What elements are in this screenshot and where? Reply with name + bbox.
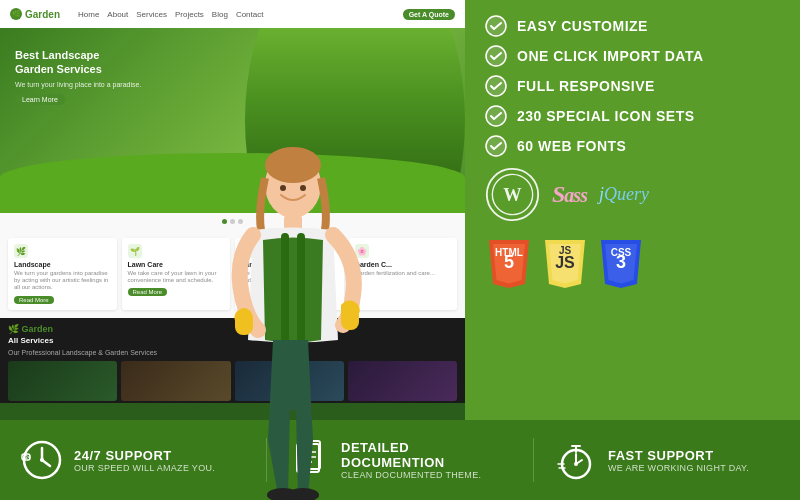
- nav-home: Home: [78, 10, 99, 19]
- card-desc-lawn: We take care of your lawn in your conven…: [128, 270, 225, 284]
- bottom-docs: DETAILED DOCUMENTION CLEAN DOCUMENTED TH…: [267, 438, 534, 482]
- feature-one-click: ONE CLICK IMPORT DATA: [485, 45, 780, 67]
- wordpress-logo: W: [485, 167, 540, 222]
- check-icon-3: [485, 75, 507, 97]
- mock-hero: Best LandscapeGarden Services We turn yo…: [0, 28, 465, 213]
- nav-cta[interactable]: Get A Quote: [403, 9, 455, 20]
- check-icon-5: [485, 135, 507, 157]
- svg-rect-38: [300, 441, 320, 469]
- card-icon-landscaping: 🌳: [241, 244, 255, 258]
- bottom-docs-text: DETAILED DOCUMENTION CLEAN DOCUMENTED TH…: [341, 440, 513, 480]
- dot-2[interactable]: [230, 219, 235, 224]
- logo-text: Garden: [25, 9, 60, 20]
- feature-icon-sets: 230 SPECIAL ICON SETS: [485, 105, 780, 127]
- mock-navbar: 🌿 Garden Home About Services Projects Bl…: [0, 0, 465, 28]
- support-desc: OUR SPEED WILL AMAZE YOU.: [74, 463, 215, 473]
- service-cards: 🌿 Landscape We turn your gardens into pa…: [0, 230, 465, 318]
- clock-icon: 24: [20, 438, 64, 482]
- js-badge: JS JS: [541, 236, 589, 288]
- dark-title: All Services: [8, 336, 457, 345]
- dark-images: [8, 361, 457, 401]
- feature-list: EASY CUSTOMIZE ONE CLICK IMPORT DATA FUL…: [485, 15, 780, 157]
- dark-img-2: [121, 361, 230, 401]
- support-title: 24/7 SUPPORT: [74, 448, 215, 463]
- nav-projects: Projects: [175, 10, 204, 19]
- card-title-garden: Garden C...: [355, 261, 452, 268]
- svg-text:CSS: CSS: [611, 247, 632, 258]
- tech-badge-row: 5 HTML JS JS 3 CSS: [485, 236, 780, 288]
- nav-links: Home About Services Projects Blog Contac…: [78, 10, 263, 19]
- tech-logos-row: W Sass jQuery: [485, 167, 780, 222]
- sass-logo: Sass: [552, 181, 587, 208]
- hero-subtitle: We turn your living place into a paradis…: [15, 81, 141, 88]
- timer-icon: [554, 438, 598, 482]
- svg-text:HTML: HTML: [495, 247, 523, 258]
- nav-services: Services: [136, 10, 167, 19]
- dark-logo: 🌿 Garden: [8, 324, 457, 334]
- card-btn-lawn[interactable]: Read More: [128, 288, 168, 296]
- svg-point-46: [574, 462, 578, 466]
- dark-img-4: [348, 361, 457, 401]
- dark-img-3: [235, 361, 344, 401]
- feature-text-2: ONE CLICK IMPORT DATA: [517, 48, 704, 64]
- nav-blog: Blog: [212, 10, 228, 19]
- card-title-landscaping: Landscaping: [241, 261, 338, 268]
- fast-desc: WE ARE WORKING NIGHT DAY.: [608, 463, 749, 473]
- bottom-fast: FAST SUPPORT WE ARE WORKING NIGHT DAY.: [534, 438, 800, 482]
- carousel-dots: [0, 213, 465, 230]
- nav-contact: Contact: [236, 10, 264, 19]
- dot-3[interactable]: [238, 219, 243, 224]
- card-landscape: 🌿 Landscape We turn your gardens into pa…: [8, 238, 117, 310]
- check-icon-1: [485, 15, 507, 37]
- logo-icon: 🌿: [10, 8, 22, 20]
- feature-text-1: EASY CUSTOMIZE: [517, 18, 648, 34]
- dark-section: 🌿 Garden All Services Our Professional L…: [0, 318, 465, 403]
- feature-text-5: 60 WEB FONTS: [517, 138, 626, 154]
- svg-point-34: [40, 458, 44, 462]
- dot-1[interactable]: [222, 219, 227, 224]
- hero-btn[interactable]: Learn More: [15, 94, 65, 105]
- svg-text:W: W: [503, 185, 522, 205]
- bottom-support: 24 24/7 SUPPORT OUR SPEED WILL AMAZE YOU…: [0, 438, 267, 482]
- hero-text: Best LandscapeGarden Services We turn yo…: [15, 48, 141, 106]
- card-icon-lawn: 🌱: [128, 244, 142, 258]
- card-desc-landscaping: We perform the construction, repair and …: [241, 270, 338, 284]
- feature-text-4: 230 SPECIAL ICON SETS: [517, 108, 695, 124]
- card-desc-garden: Garden fertilization and care...: [355, 270, 452, 277]
- bottom-bar: 24 24/7 SUPPORT OUR SPEED WILL AMAZE YOU…: [0, 420, 800, 500]
- check-icon-4: [485, 105, 507, 127]
- bottom-fast-text: FAST SUPPORT WE ARE WORKING NIGHT DAY.: [608, 448, 749, 473]
- card-btn[interactable]: Read More: [14, 296, 54, 304]
- feature-easy-customize: EASY CUSTOMIZE: [485, 15, 780, 37]
- jquery-logo: jQuery: [599, 184, 649, 205]
- docs-title: DETAILED DOCUMENTION: [341, 440, 513, 470]
- card-landscaping: 🌳 Landscaping We perform the constructio…: [235, 238, 344, 310]
- dark-img-1: [8, 361, 117, 401]
- card-garden: 🌸 Garden C... Garden fertilization and c…: [349, 238, 458, 310]
- card-desc: We turn your gardens into paradise by ac…: [14, 270, 111, 292]
- card-icon-landscape: 🌿: [14, 244, 28, 258]
- card-title: Landscape: [14, 261, 111, 268]
- css3-badge: 3 CSS: [597, 236, 645, 288]
- feature-responsive: FULL RESPONSIVE: [485, 75, 780, 97]
- svg-text:JS: JS: [555, 254, 575, 271]
- svg-text:24: 24: [25, 454, 31, 460]
- feature-web-fonts: 60 WEB FONTS: [485, 135, 780, 157]
- hero-grass: [0, 153, 465, 213]
- bottom-support-text: 24/7 SUPPORT OUR SPEED WILL AMAZE YOU.: [74, 448, 215, 473]
- html5-badge: 5 HTML: [485, 236, 533, 288]
- nav-about: About: [107, 10, 128, 19]
- card-title-lawn: Lawn Care: [128, 261, 225, 268]
- dark-subtitle: Our Professional Landscape & Garden Serv…: [8, 349, 457, 356]
- hero-title: Best LandscapeGarden Services: [15, 48, 141, 77]
- mock-logo: 🌿 Garden: [10, 8, 60, 20]
- fast-title: FAST SUPPORT: [608, 448, 749, 463]
- docs-desc: CLEAN DOCUMENTED THEME.: [341, 470, 513, 480]
- svg-text:JS: JS: [559, 245, 572, 256]
- check-icon-2: [485, 45, 507, 67]
- feature-text-3: FULL RESPONSIVE: [517, 78, 655, 94]
- card-icon-garden: 🌸: [355, 244, 369, 258]
- docs-icon: [287, 438, 331, 482]
- card-lawncare: 🌱 Lawn Care We take care of your lawn in…: [122, 238, 231, 310]
